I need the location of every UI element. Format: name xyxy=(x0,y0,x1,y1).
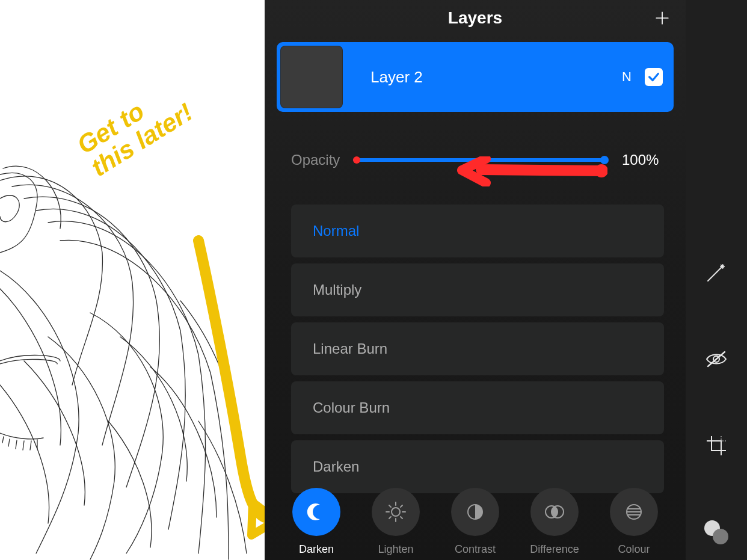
svg-point-0 xyxy=(392,508,400,516)
opacity-value: 100% xyxy=(622,152,664,168)
blend-mode-item[interactable]: Multiply xyxy=(291,263,664,316)
panel-title: Layers xyxy=(448,8,502,28)
add-layer-button[interactable] xyxy=(653,9,671,27)
overlap-icon xyxy=(530,488,579,536)
color-swatch-icon xyxy=(704,520,728,544)
layer-visibility-checkbox[interactable] xyxy=(645,68,663,86)
svg-line-6 xyxy=(401,517,402,518)
opacity-row: Opacity 100% xyxy=(291,148,664,172)
svg-line-7 xyxy=(401,505,402,507)
layer-row[interactable]: Layer 2 N xyxy=(277,42,674,112)
blend-mode-item[interactable]: Colour Burn xyxy=(291,381,664,434)
right-toolbar xyxy=(686,0,747,560)
sun-icon xyxy=(372,488,420,536)
moon-icon xyxy=(292,488,340,536)
blend-category-contrast[interactable]: Contrast xyxy=(439,488,511,556)
magic-wand-icon xyxy=(704,260,728,285)
check-icon xyxy=(647,70,660,84)
plus-icon xyxy=(654,10,670,26)
layer-blend-indicator[interactable]: N xyxy=(622,69,632,85)
crop-icon xyxy=(704,434,728,458)
canvas-area[interactable] xyxy=(0,0,265,560)
blend-mode-item[interactable]: Linear Burn xyxy=(291,322,664,375)
layer-thumbnail[interactable] xyxy=(280,46,343,108)
category-label: Colour xyxy=(618,543,650,556)
svg-line-8 xyxy=(389,517,391,518)
blend-mode-item[interactable]: Normal xyxy=(291,205,664,257)
panel-header: Layers xyxy=(265,0,686,36)
color-picker-button[interactable] xyxy=(702,518,731,547)
blend-category-colour[interactable]: Colour xyxy=(598,488,670,556)
category-label: Darken xyxy=(299,543,334,556)
blend-category-row: DarkenLightenContrastDifferenceColour xyxy=(265,488,686,560)
opacity-label: Opacity xyxy=(291,152,340,168)
blend-category-difference[interactable]: Difference xyxy=(518,488,591,556)
blend-mode-list: NormalMultiplyLinear BurnColour BurnDark… xyxy=(291,205,664,493)
app-root: Get to this later! Layers Layer 2 N Opac… xyxy=(0,0,747,560)
opacity-slider-thumb[interactable] xyxy=(600,156,609,164)
category-label: Contrast xyxy=(455,543,496,556)
lines-icon xyxy=(610,488,658,536)
magic-wand-button[interactable] xyxy=(702,258,731,287)
category-label: Lighten xyxy=(378,543,413,556)
blend-mode-item[interactable]: Darken xyxy=(291,440,664,493)
layers-panel: Layers Layer 2 N Opacity 100% NormalMult… xyxy=(265,0,686,560)
layer-name-label: Layer 2 xyxy=(343,68,622,87)
crop-button[interactable] xyxy=(702,431,731,460)
eye-off-icon xyxy=(704,347,728,371)
half-circle-icon xyxy=(451,488,499,536)
visibility-toggle-button[interactable] xyxy=(702,345,731,374)
blend-category-lighten[interactable]: Lighten xyxy=(360,488,432,556)
svg-line-5 xyxy=(389,505,391,507)
opacity-slider[interactable] xyxy=(353,158,605,162)
blend-category-darken[interactable]: Darken xyxy=(280,488,352,556)
category-label: Difference xyxy=(530,543,579,556)
